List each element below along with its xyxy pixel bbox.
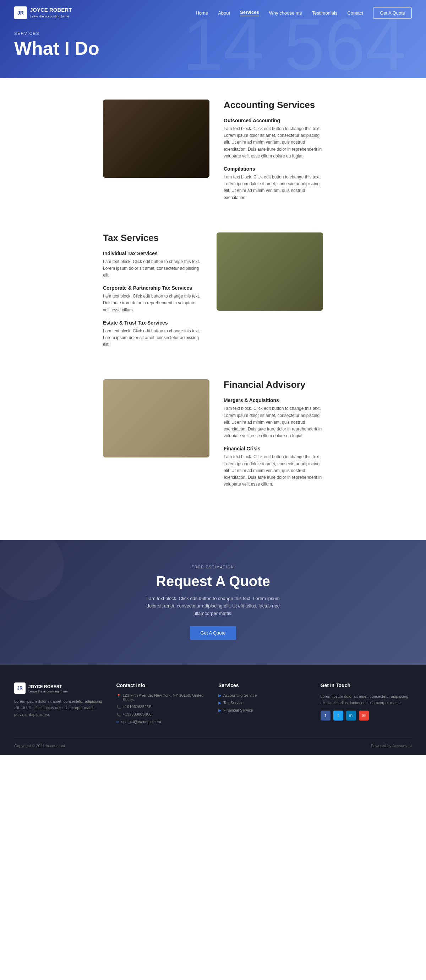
accounting-item-2-text: I am text block. Click edit button to ch…: [224, 174, 323, 201]
quote-cta-button[interactable]: Get A Quote: [190, 626, 236, 640]
financial-item-1-title: Mergers & Acquisitions: [224, 398, 323, 403]
svg-rect-58: [138, 413, 164, 425]
svg-rect-55: [172, 434, 178, 452]
svg-line-26: [138, 146, 149, 162]
svg-rect-61: [165, 420, 172, 424]
svg-rect-33: [226, 238, 256, 256]
svg-text:$: $: [279, 290, 281, 296]
svg-rect-47: [103, 379, 209, 458]
facebook-icon[interactable]: f: [321, 711, 331, 721]
svg-rect-35: [270, 283, 307, 305]
svg-rect-7: [153, 128, 199, 156]
svg-rect-18: [160, 135, 163, 137]
tax-section: TAXES $ $ $ $ Tax Services Individual Ta…: [103, 232, 323, 355]
svg-rect-20: [169, 135, 172, 137]
quote-label: FREE ESTIMATION: [14, 565, 412, 569]
accounting-content: Accounting Services Outsourced Accountin…: [224, 100, 323, 208]
svg-text:$: $: [224, 290, 226, 296]
twitter-icon[interactable]: t: [333, 711, 343, 721]
footer-service-financial[interactable]: ▶ Financial Service: [219, 708, 310, 713]
svg-rect-62: [185, 421, 207, 436]
footer-service-tax[interactable]: ▶ Tax Service: [219, 701, 310, 705]
financial-item-1: Mergers & Acquisitions I am text block. …: [224, 398, 323, 439]
tax-item-3-title: Estate & Trust Tax Services: [103, 320, 202, 326]
svg-point-57: [151, 415, 165, 421]
svg-rect-10: [160, 132, 163, 134]
logo[interactable]: JR JOYCE ROBERT Leave the accounting to …: [14, 6, 72, 19]
svg-point-65: [148, 396, 157, 402]
tax-item-1-title: Individual Tax Services: [103, 251, 202, 256]
svg-rect-50: [117, 425, 121, 454]
email-social-icon[interactable]: ✉: [359, 711, 369, 721]
svg-rect-29: [188, 138, 199, 146]
tax-item-2-text: I am text block. Click edit button to ch…: [103, 293, 202, 313]
financial-item-1-text: I am text block. Click edit button to ch…: [224, 405, 323, 439]
svg-text:$: $: [231, 243, 233, 248]
nav-home[interactable]: Home: [196, 10, 208, 16]
svg-rect-40: [245, 258, 295, 285]
svg-rect-2: [110, 138, 160, 174]
footer-col-services: Services ▶ Accounting Service ▶ Tax Serv…: [219, 682, 310, 727]
svg-rect-21: [173, 135, 176, 137]
svg-rect-48: [103, 422, 209, 458]
nav-contact[interactable]: Contact: [347, 10, 363, 16]
navbar: JR JOYCE ROBERT Leave the accounting to …: [0, 0, 426, 25]
nav-cta-button[interactable]: Get A Quote: [373, 7, 412, 19]
footer-logo: JR JOYCE ROBERT Leave the accounting to …: [14, 682, 106, 694]
nav-about[interactable]: About: [218, 10, 230, 16]
svg-rect-14: [177, 132, 181, 134]
svg-rect-60: [163, 419, 173, 425]
svg-rect-22: [177, 135, 181, 137]
svg-rect-38: [234, 268, 264, 288]
tax-item-3: Estate & Trust Tax Services I am text bl…: [103, 320, 202, 348]
email-icon: ✉: [116, 720, 119, 724]
svg-rect-36: [217, 286, 249, 305]
footer-grid: JR JOYCE ROBERT Leave the accounting to …: [14, 682, 412, 727]
svg-rect-16: [186, 132, 189, 134]
tax-item-1: Individual Tax Services I am text block.…: [103, 251, 202, 279]
svg-rect-39: [277, 258, 309, 278]
footer-contact-title: Contact Info: [116, 682, 208, 688]
nav-why[interactable]: Why choose me: [269, 10, 302, 16]
accounting-title: Accounting Services: [224, 100, 323, 111]
svg-rect-63: [106, 429, 119, 437]
svg-rect-15: [182, 132, 185, 134]
footer-touch-desc: Lorem ipsum dolor sit amet, consectetur …: [321, 693, 412, 706]
accounting-image: [103, 100, 209, 178]
footer-desc: Lorem ipsum dolor sit amet, consectetur …: [14, 698, 106, 718]
footer-phone1: 📞 +19106268525S: [116, 705, 208, 709]
svg-rect-13: [173, 132, 176, 134]
svg-point-64: [152, 399, 154, 402]
footer-service-accounting[interactable]: ▶ Accounting Service: [219, 693, 310, 698]
footer-phone2: 📞 +19208388S366: [116, 712, 208, 717]
financial-item-2-text: I am text block. Click edit button to ch…: [224, 453, 323, 488]
location-icon: 📍: [116, 694, 121, 698]
nav-testimonials[interactable]: Testimonials: [312, 10, 337, 16]
footer-powered: Powered by Accountant: [371, 744, 412, 748]
footer-email: ✉ contact@example.com: [116, 719, 208, 724]
hero-title: What I Do: [14, 39, 412, 57]
financial-section: $50 Financial Advisory Mergers & Acquisi…: [103, 379, 323, 494]
svg-rect-28: [111, 119, 123, 138]
footer-touch-title: Get In Touch: [321, 682, 412, 688]
svg-rect-12: [169, 132, 172, 134]
footer-col-contact: Contact Info 📍 123 Fifth Avenue, New Yor…: [116, 682, 208, 727]
nav-services[interactable]: Services: [240, 10, 259, 16]
quote-section: FREE ESTIMATION Request A Quote I am tex…: [0, 540, 426, 664]
logo-text: JOYCE ROBERT Leave the accounting to me: [30, 7, 72, 19]
tax-title: Tax Services: [103, 232, 202, 243]
tax-item-2-title: Corporate & Partnership Tax Services: [103, 285, 202, 291]
accounting-section: Accounting Services Outsourced Accountin…: [103, 100, 323, 208]
tax-content: Tax Services Individual Tax Services I a…: [103, 232, 202, 355]
bullet-icon: ▶: [219, 708, 221, 713]
financial-title: Financial Advisory: [224, 379, 323, 390]
svg-rect-30: [189, 140, 198, 145]
linkedin-icon[interactable]: in: [346, 711, 356, 721]
svg-point-56: [138, 415, 167, 428]
social-icons: f t in ✉: [321, 711, 412, 721]
svg-rect-49: [117, 425, 174, 454]
nav-links: Home About Services Why choose me Testim…: [196, 7, 412, 19]
accounting-item-1-text: I am text block. Click edit button to ch…: [224, 126, 323, 160]
svg-rect-32: [220, 232, 251, 252]
accounting-item-1: Outsourced Accounting I am text block. C…: [224, 118, 323, 160]
